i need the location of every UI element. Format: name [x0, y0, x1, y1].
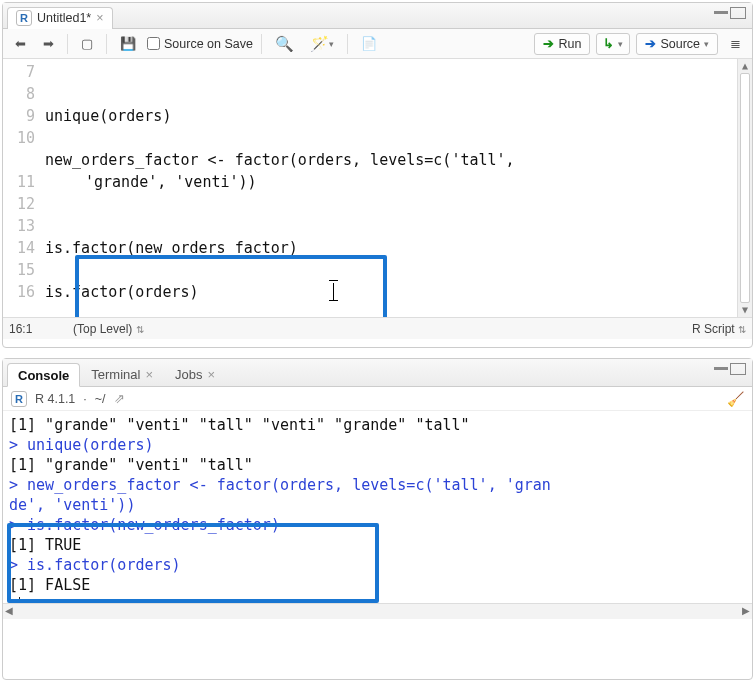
pane-window-controls — [714, 7, 746, 21]
source-tab-label: Untitled1* — [37, 11, 91, 25]
scroll-thumb[interactable] — [740, 73, 750, 303]
console-tabbar: Console Terminal × Jobs × — [3, 359, 752, 387]
r-version: R 4.1.1 — [35, 392, 75, 406]
console-line: > is.factor(orders) — [9, 555, 746, 575]
tab-terminal[interactable]: Terminal × — [80, 362, 164, 386]
code-line-7 — [45, 85, 54, 103]
console-line: > unique(orders) — [9, 435, 746, 455]
tab-console[interactable]: Console — [7, 363, 80, 387]
code-line-9 — [45, 129, 54, 147]
console-line: [1] FALSE — [9, 575, 746, 595]
console-pane: Console Terminal × Jobs × R R 4.1.1 · ~/… — [2, 358, 753, 680]
pane-maximize-icon[interactable] — [730, 7, 746, 19]
source-statusbar: 16:1 (Top Level) ⇅ R Script ⇅ — [3, 317, 752, 339]
code-line-11 — [45, 217, 54, 235]
cursor-position: 16:1 — [9, 322, 65, 336]
code-line-10: new_orders_factor <- factor(orders, leve… — [45, 151, 515, 169]
source-tabbar: R Untitled1* × — [3, 3, 752, 29]
language-mode[interactable]: R Script — [692, 322, 735, 336]
source-label: Source — [660, 37, 700, 51]
text-cursor-icon — [329, 280, 338, 281]
console-hscroll[interactable]: ◀ ▶ — [3, 603, 752, 619]
scroll-down-icon[interactable]: ▼ — [738, 303, 752, 317]
console-line: [1] "grande" "venti" "tall" "venti" "gra… — [9, 415, 746, 435]
popout-icon[interactable]: ⇗ — [114, 391, 125, 406]
source-on-save-input[interactable] — [147, 37, 160, 50]
rerun-arrow-icon: ↳ — [603, 36, 614, 51]
source-pane: R Untitled1* × ⬅ ➡ ▢ 💾 Source on Save 🔍 … — [2, 2, 753, 348]
working-dir[interactable]: ~/ — [95, 392, 106, 406]
code-line-15 — [45, 305, 54, 317]
console-output[interactable]: [1] "grande" "venti" "tall" "venti" "gra… — [3, 411, 752, 603]
console-prompt: > — [9, 596, 18, 603]
source-arrow-icon: ➔ — [645, 36, 656, 51]
editor-scrollbar[interactable]: ▲ ▼ — [737, 59, 752, 317]
console-info-bar: R R 4.1.1 · ~/ ⇗ 🧹 — [3, 387, 752, 411]
tab-jobs-label: Jobs — [175, 367, 202, 382]
scope-selector[interactable]: (Top Level) — [73, 322, 132, 336]
code-tools-button[interactable]: 🪄▾ — [305, 33, 339, 55]
tab-terminal-label: Terminal — [91, 367, 140, 382]
close-icon[interactable]: × — [207, 367, 215, 382]
console-line: > new_orders_factor <- factor(orders, le… — [9, 475, 746, 495]
code-line-12: is.factor(new_orders_factor) — [45, 239, 298, 257]
r-file-icon: R — [16, 10, 32, 26]
pane-window-controls — [714, 363, 746, 377]
scroll-right-icon[interactable]: ▶ — [742, 605, 750, 616]
pane-minimize-icon[interactable] — [714, 367, 728, 377]
source-button[interactable]: ➔ Source ▾ — [636, 33, 718, 55]
console-line: de', 'venti')) — [9, 495, 746, 515]
dot-sep: · — [83, 392, 86, 406]
console-line: [1] TRUE — [9, 535, 746, 555]
console-line: > is.factor(new_orders_factor) — [9, 515, 746, 535]
code-line-8: unique(orders) — [45, 107, 171, 125]
separator — [67, 34, 68, 54]
code-line-13 — [45, 261, 54, 279]
line-gutter: 78910 111213141516 — [3, 59, 43, 317]
scroll-left-icon[interactable]: ◀ — [5, 605, 13, 616]
close-icon[interactable]: × — [145, 367, 153, 382]
code-line-14: is.factor(orders) — [45, 283, 199, 301]
tab-console-label: Console — [18, 368, 69, 383]
nav-back-button[interactable]: ⬅ — [9, 33, 31, 55]
compile-report-button[interactable]: 📄 — [356, 33, 382, 55]
tab-jobs[interactable]: Jobs × — [164, 362, 226, 386]
show-in-new-window-button[interactable]: ▢ — [76, 33, 98, 55]
source-on-save-checkbox[interactable]: Source on Save — [147, 37, 253, 51]
rerun-button[interactable]: ↳▾ — [596, 33, 630, 55]
source-toolbar: ⬅ ➡ ▢ 💾 Source on Save 🔍 🪄▾ 📄 ➔ Run ↳▾ ➔… — [3, 29, 752, 59]
r-session-icon: R — [11, 391, 27, 407]
outline-button[interactable]: ≣ — [724, 33, 746, 55]
text-cursor-icon — [333, 283, 334, 300]
source-on-save-label: Source on Save — [164, 37, 253, 51]
run-button[interactable]: ➔ Run — [534, 33, 590, 55]
text-cursor-icon — [329, 300, 338, 301]
scope-toggle-icon[interactable]: ⇅ — [136, 324, 144, 335]
code-line-10b: 'grande', 'venti')) — [85, 171, 746, 193]
separator — [106, 34, 107, 54]
console-line: [1] "grande" "venti" "tall" — [9, 455, 746, 475]
code-editor[interactable]: 78910 111213141516 unique(orders) new_or… — [3, 59, 752, 317]
save-button[interactable]: 💾 — [115, 33, 141, 55]
mode-toggle-icon[interactable]: ⇅ — [738, 324, 746, 335]
separator — [347, 34, 348, 54]
pane-maximize-icon[interactable] — [730, 363, 746, 375]
find-button[interactable]: 🔍 — [270, 33, 299, 55]
close-icon[interactable]: × — [96, 11, 103, 25]
code-area[interactable]: unique(orders) new_orders_factor <- fact… — [43, 59, 752, 317]
pane-minimize-icon[interactable] — [714, 11, 728, 21]
pane-splitter[interactable] — [0, 350, 755, 356]
run-arrow-icon: ➔ — [543, 36, 554, 51]
run-label: Run — [558, 37, 581, 51]
nav-fwd-button[interactable]: ➡ — [37, 33, 59, 55]
clear-console-button[interactable]: 🧹 — [727, 391, 744, 407]
separator — [261, 34, 262, 54]
source-tab-untitled[interactable]: R Untitled1* × — [7, 7, 113, 29]
scroll-up-icon[interactable]: ▲ — [738, 59, 752, 73]
